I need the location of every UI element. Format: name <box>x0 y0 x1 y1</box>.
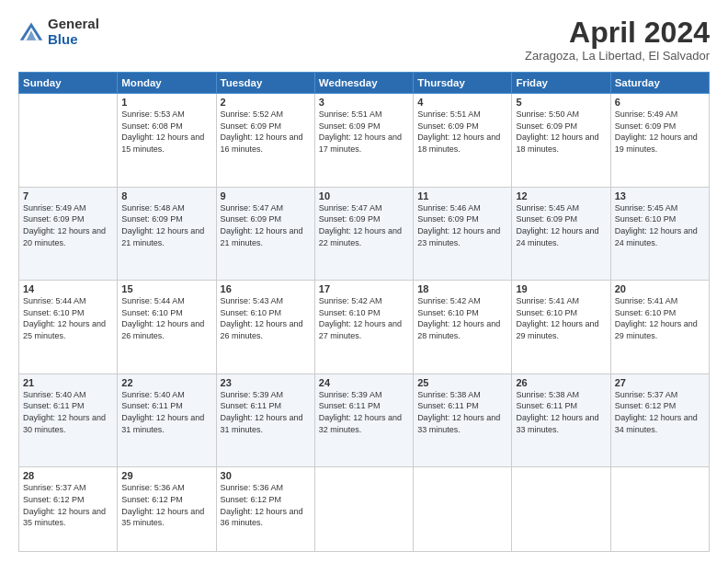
table-row: 9Sunrise: 5:47 AM Sunset: 6:09 PM Daylig… <box>216 187 314 281</box>
col-wednesday: Wednesday <box>314 73 413 94</box>
table-row: 14Sunrise: 5:44 AM Sunset: 6:10 PM Dayli… <box>19 281 118 374</box>
cell-info: Sunrise: 5:40 AM Sunset: 6:11 PM Dayligh… <box>23 389 113 435</box>
day-number: 26 <box>516 377 606 388</box>
cell-info: Sunrise: 5:38 AM Sunset: 6:11 PM Dayligh… <box>417 389 507 435</box>
calendar-week-row: 21Sunrise: 5:40 AM Sunset: 6:11 PM Dayli… <box>19 373 710 467</box>
day-number: 20 <box>615 283 705 294</box>
table-row: 28Sunrise: 5:37 AM Sunset: 6:12 PM Dayli… <box>19 467 118 552</box>
table-row: 27Sunrise: 5:37 AM Sunset: 6:12 PM Dayli… <box>610 373 709 467</box>
table-row: 21Sunrise: 5:40 AM Sunset: 6:11 PM Dayli… <box>19 373 118 467</box>
day-number: 1 <box>121 97 211 108</box>
day-number: 15 <box>121 283 211 294</box>
day-number: 17 <box>319 283 409 294</box>
table-row: 10Sunrise: 5:47 AM Sunset: 6:09 PM Dayli… <box>314 187 413 281</box>
table-row: 2Sunrise: 5:52 AM Sunset: 6:09 PM Daylig… <box>216 94 314 188</box>
table-row: 6Sunrise: 5:49 AM Sunset: 6:09 PM Daylig… <box>610 94 709 188</box>
cell-info: Sunrise: 5:51 AM Sunset: 6:09 PM Dayligh… <box>319 109 409 155</box>
page: General Blue April 2024 Zaragoza, La Lib… <box>0 0 728 563</box>
location-subtitle: Zaragoza, La Libertad, El Salvador <box>525 49 710 63</box>
cell-info: Sunrise: 5:53 AM Sunset: 6:08 PM Dayligh… <box>121 109 211 155</box>
cell-info: Sunrise: 5:42 AM Sunset: 6:10 PM Dayligh… <box>319 295 409 341</box>
cell-info: Sunrise: 5:36 AM Sunset: 6:12 PM Dayligh… <box>221 482 311 528</box>
day-number: 21 <box>23 377 113 388</box>
table-row: 12Sunrise: 5:45 AM Sunset: 6:09 PM Dayli… <box>512 187 610 281</box>
table-row: 8Sunrise: 5:48 AM Sunset: 6:09 PM Daylig… <box>118 187 216 281</box>
table-row: 15Sunrise: 5:44 AM Sunset: 6:10 PM Dayli… <box>118 281 216 374</box>
cell-info: Sunrise: 5:41 AM Sunset: 6:10 PM Dayligh… <box>615 295 705 341</box>
day-number: 16 <box>221 283 311 294</box>
day-number: 7 <box>23 190 113 201</box>
cell-info: Sunrise: 5:39 AM Sunset: 6:11 PM Dayligh… <box>319 389 409 435</box>
table-row: 19Sunrise: 5:41 AM Sunset: 6:10 PM Dayli… <box>512 281 610 374</box>
day-number: 11 <box>417 190 507 201</box>
table-row <box>19 94 118 188</box>
cell-info: Sunrise: 5:39 AM Sunset: 6:11 PM Dayligh… <box>221 389 311 435</box>
cell-info: Sunrise: 5:51 AM Sunset: 6:09 PM Dayligh… <box>417 109 507 155</box>
table-row: 3Sunrise: 5:51 AM Sunset: 6:09 PM Daylig… <box>314 94 413 188</box>
calendar-week-row: 14Sunrise: 5:44 AM Sunset: 6:10 PM Dayli… <box>19 281 710 374</box>
table-row: 23Sunrise: 5:39 AM Sunset: 6:11 PM Dayli… <box>216 373 314 467</box>
cell-info: Sunrise: 5:46 AM Sunset: 6:09 PM Dayligh… <box>417 202 507 248</box>
table-row: 20Sunrise: 5:41 AM Sunset: 6:10 PM Dayli… <box>610 281 709 374</box>
col-thursday: Thursday <box>414 73 512 94</box>
table-row: 11Sunrise: 5:46 AM Sunset: 6:09 PM Dayli… <box>414 187 512 281</box>
calendar-week-row: 1Sunrise: 5:53 AM Sunset: 6:08 PM Daylig… <box>19 94 710 188</box>
logo-blue-label: Blue <box>48 32 99 48</box>
cell-info: Sunrise: 5:44 AM Sunset: 6:10 PM Dayligh… <box>121 295 211 341</box>
cell-info: Sunrise: 5:41 AM Sunset: 6:10 PM Dayligh… <box>516 295 606 341</box>
day-number: 3 <box>319 97 409 108</box>
day-number: 28 <box>23 470 113 481</box>
cell-info: Sunrise: 5:52 AM Sunset: 6:09 PM Dayligh… <box>221 109 311 155</box>
day-number: 18 <box>417 283 507 294</box>
day-number: 23 <box>221 377 311 388</box>
cell-info: Sunrise: 5:37 AM Sunset: 6:12 PM Dayligh… <box>23 482 113 528</box>
col-friday: Friday <box>512 73 610 94</box>
cell-info: Sunrise: 5:42 AM Sunset: 6:10 PM Dayligh… <box>417 295 507 341</box>
day-number: 6 <box>615 97 705 108</box>
table-row: 18Sunrise: 5:42 AM Sunset: 6:10 PM Dayli… <box>414 281 512 374</box>
table-row: 4Sunrise: 5:51 AM Sunset: 6:09 PM Daylig… <box>414 94 512 188</box>
logo-general-label: General <box>48 17 99 32</box>
col-sunday: Sunday <box>19 73 118 94</box>
logo-text: General Blue <box>48 17 99 47</box>
day-number: 30 <box>221 470 311 481</box>
day-number: 27 <box>615 377 705 388</box>
month-title: April 2024 <box>525 17 710 49</box>
day-number: 29 <box>121 470 211 481</box>
cell-info: Sunrise: 5:49 AM Sunset: 6:09 PM Dayligh… <box>23 202 113 248</box>
cell-info: Sunrise: 5:36 AM Sunset: 6:12 PM Dayligh… <box>121 482 211 528</box>
logo: General Blue <box>18 17 99 47</box>
table-row <box>512 467 610 552</box>
table-row: 1Sunrise: 5:53 AM Sunset: 6:08 PM Daylig… <box>118 94 216 188</box>
table-row: 17Sunrise: 5:42 AM Sunset: 6:10 PM Dayli… <box>314 281 413 374</box>
table-row: 7Sunrise: 5:49 AM Sunset: 6:09 PM Daylig… <box>19 187 118 281</box>
table-row: 16Sunrise: 5:43 AM Sunset: 6:10 PM Dayli… <box>216 281 314 374</box>
cell-info: Sunrise: 5:48 AM Sunset: 6:09 PM Dayligh… <box>121 202 211 248</box>
cell-info: Sunrise: 5:44 AM Sunset: 6:10 PM Dayligh… <box>23 295 113 341</box>
table-row: 26Sunrise: 5:38 AM Sunset: 6:11 PM Dayli… <box>512 373 610 467</box>
col-saturday: Saturday <box>610 73 709 94</box>
table-row: 29Sunrise: 5:36 AM Sunset: 6:12 PM Dayli… <box>118 467 216 552</box>
day-number: 10 <box>319 190 409 201</box>
day-number: 13 <box>615 190 705 201</box>
table-row: 22Sunrise: 5:40 AM Sunset: 6:11 PM Dayli… <box>118 373 216 467</box>
col-tuesday: Tuesday <box>216 73 314 94</box>
calendar-table: Sunday Monday Tuesday Wednesday Thursday… <box>18 72 710 552</box>
table-row: 25Sunrise: 5:38 AM Sunset: 6:11 PM Dayli… <box>414 373 512 467</box>
cell-info: Sunrise: 5:43 AM Sunset: 6:10 PM Dayligh… <box>221 295 311 341</box>
logo-icon <box>18 19 44 45</box>
cell-info: Sunrise: 5:50 AM Sunset: 6:09 PM Dayligh… <box>516 109 606 155</box>
col-monday: Monday <box>118 73 216 94</box>
table-row <box>314 467 413 552</box>
table-row <box>414 467 512 552</box>
day-number: 19 <box>516 283 606 294</box>
calendar-header-row: Sunday Monday Tuesday Wednesday Thursday… <box>19 73 710 94</box>
cell-info: Sunrise: 5:45 AM Sunset: 6:09 PM Dayligh… <box>516 202 606 248</box>
cell-info: Sunrise: 5:38 AM Sunset: 6:11 PM Dayligh… <box>516 389 606 435</box>
cell-info: Sunrise: 5:45 AM Sunset: 6:10 PM Dayligh… <box>615 202 705 248</box>
day-number: 9 <box>221 190 311 201</box>
table-row: 5Sunrise: 5:50 AM Sunset: 6:09 PM Daylig… <box>512 94 610 188</box>
day-number: 4 <box>417 97 507 108</box>
day-number: 8 <box>121 190 211 201</box>
calendar-week-row: 28Sunrise: 5:37 AM Sunset: 6:12 PM Dayli… <box>19 467 710 552</box>
